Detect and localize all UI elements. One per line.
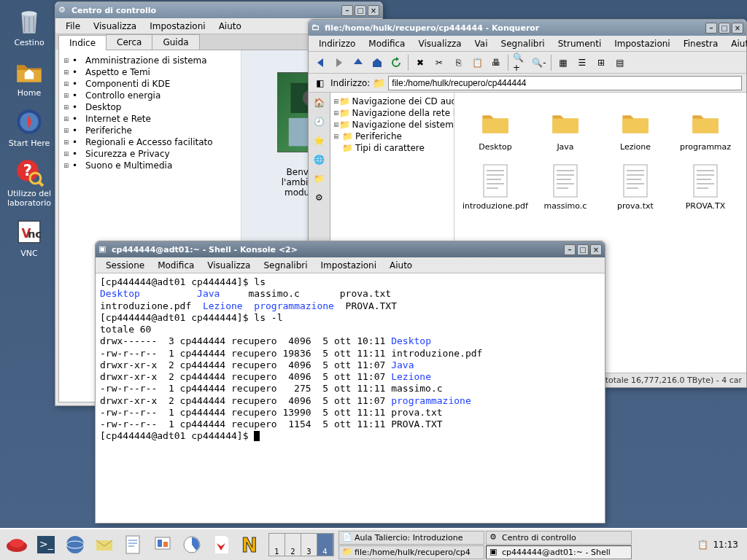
konq-tree-item[interactable]: ⊞📁Navigazione della rete l [333, 107, 451, 119]
menu-file[interactable]: File [60, 20, 86, 33]
close-button[interactable]: × [368, 5, 379, 16]
titlebar-control-center[interactable]: ⚙ Centro di controllo – □ × [55, 2, 382, 18]
menu-visualizza[interactable]: Visualizza [88, 20, 142, 33]
task-centro[interactable]: ⚙Centro di controllo [486, 531, 632, 545]
cc-tree-item[interactable]: ⊞•Suono e Multimedia [63, 160, 236, 171]
pdf-launcher[interactable] [207, 532, 235, 558]
clock[interactable]: 11:13 [713, 540, 738, 550]
menu-indirizzo[interactable]: Indirizzo [313, 37, 361, 50]
tab-indice[interactable]: Indice [58, 35, 107, 50]
desktop-icon-vnc[interactable]: Vnc VNC [4, 217, 55, 258]
menu-segnalibri[interactable]: Segnalibri [495, 37, 551, 50]
file-item[interactable]: introduzione.pdf [460, 158, 530, 217]
view-list-button[interactable]: ☰ [575, 55, 589, 70]
paste-button[interactable]: 📋 [470, 55, 484, 70]
cc-tree-item[interactable]: ⊞•Internet e Rete [63, 113, 236, 125]
file-item[interactable]: PROVA.TX [670, 158, 740, 217]
konq-tree-item[interactable]: ⊞📁Navigazione del sistem [333, 119, 451, 131]
cut-button[interactable]: ✂ [432, 55, 446, 70]
copy-button[interactable]: ⎘ [451, 55, 465, 70]
zoomin-button[interactable]: 🔍+ [513, 55, 527, 70]
file-item[interactable]: prova.txt [600, 158, 670, 217]
file-item[interactable]: Java [530, 98, 600, 158]
side-home-icon[interactable]: 🏠 [312, 96, 327, 110]
konq-tree-item[interactable]: ⊞📁Navigazione dei CD aud [333, 96, 451, 107]
menu-modifica[interactable]: Modifica [363, 37, 411, 50]
up-button[interactable] [351, 55, 365, 70]
konq-tree-item[interactable]: 📁Tipi di carattere [333, 142, 451, 154]
desktop-icon-cestino[interactable]: Cestino [4, 6, 55, 47]
file-item[interactable]: Desktop [460, 98, 530, 158]
cc-tree-item[interactable]: ⊞•Amministrazione di sistema [63, 55, 236, 66]
desktop-icon-home[interactable]: Home [4, 56, 55, 98]
address-input[interactable] [388, 76, 742, 90]
menu-sessione[interactable]: Sessione [100, 259, 150, 272]
zoomout-button[interactable]: 🔍- [532, 55, 546, 70]
menu-finestra[interactable]: Finestra [678, 37, 724, 50]
menu-visualizza[interactable]: Visualizza [412, 37, 467, 50]
menu-aiuto[interactable]: Aiuto [213, 20, 247, 33]
cc-tree-item[interactable]: ⊞•Sicurezza e Privacy [63, 148, 236, 160]
close-button[interactable]: × [590, 244, 602, 255]
pager-3[interactable]: 3 [301, 534, 317, 556]
office-writer-launcher[interactable] [120, 532, 147, 558]
menu-impostazioni[interactable]: Impostazioni [144, 20, 211, 33]
view-icons-button[interactable]: ▦ [556, 55, 570, 70]
pager-2[interactable]: 2 [285, 534, 301, 556]
menu-aiuto[interactable]: Aiuto [384, 259, 418, 272]
close-button[interactable]: × [732, 23, 743, 34]
mail-launcher[interactable] [90, 532, 118, 558]
maximize-button[interactable]: □ [355, 5, 366, 16]
menu-segnalibri[interactable]: Segnalibri [258, 259, 313, 272]
clipboard-tray-icon[interactable]: 📋 [697, 540, 708, 550]
task-konsole[interactable]: ▣cp444444@adt01:~ - Shell [486, 545, 632, 559]
menu-strumenti[interactable]: Strumenti [552, 37, 608, 50]
web-launcher[interactable] [61, 532, 89, 558]
home-button[interactable] [370, 55, 384, 70]
print-button[interactable]: 🖶 [489, 55, 503, 70]
tab-guida[interactable]: Guida [152, 34, 199, 50]
cc-tree-item[interactable]: ⊞•Aspetto e Temi [63, 66, 236, 78]
cc-tree-item[interactable]: ⊞•Desktop [63, 101, 236, 113]
n-launcher[interactable]: N [236, 532, 264, 558]
file-item[interactable]: programmaz [670, 98, 740, 158]
maximize-button[interactable]: □ [719, 23, 730, 34]
terminal-output[interactable]: [cp444444@adt01 cp444444]$ ls Desktop Ja… [96, 273, 605, 523]
forward-button[interactable] [332, 55, 347, 70]
menu-visualizza[interactable]: Visualizza [201, 259, 256, 272]
side-root-icon[interactable]: 📁 [312, 171, 327, 186]
task-aula[interactable]: 📄Aula Taliercio: Introduzione [338, 531, 484, 545]
desktop-icon-utilizzo[interactable]: ? Utilizzo del laboratorio [4, 157, 55, 208]
office-calc-launcher[interactable] [178, 532, 206, 558]
side-services-icon[interactable]: ⚙ [312, 190, 327, 205]
view-tree-button[interactable]: ⊞ [594, 55, 608, 70]
cc-tree-item[interactable]: ⊞•Regionali e Accesso facilitato [63, 136, 236, 148]
menu-modifica[interactable]: Modifica [152, 259, 200, 272]
desktop-icon-starthere[interactable]: Start Here [4, 106, 55, 148]
minimize-button[interactable]: – [705, 23, 717, 34]
side-network-icon[interactable]: 🌐 [312, 152, 327, 167]
reload-button[interactable] [389, 55, 403, 70]
clear-addr-button[interactable]: ◧ [313, 76, 328, 90]
menu-impostazioni[interactable]: Impostazioni [315, 259, 382, 272]
file-item[interactable]: massimo.c [530, 158, 600, 217]
cc-tree-item[interactable]: ⊞•Componenti di KDE [63, 78, 236, 90]
menu-aiuto[interactable]: Aiuto [725, 37, 747, 50]
stop-button[interactable]: ✖ [413, 55, 427, 70]
back-button[interactable] [313, 55, 328, 70]
pager-1[interactable]: 1 [269, 534, 285, 556]
side-bookmark-icon[interactable]: ⭐ [312, 133, 327, 148]
menu-vai[interactable]: Vai [469, 37, 494, 50]
cc-tree-item[interactable]: ⊞•Periferiche [63, 125, 236, 136]
pager-4[interactable]: 4 [317, 534, 333, 556]
menu-impostazioni[interactable]: Impostazioni [608, 37, 676, 50]
task-konqueror[interactable]: 📁file:/home/hulk/recupero/cp4 [338, 545, 484, 559]
titlebar-konqueror[interactable]: 🗀 file:/home/hulk/recupero/cp444444 - Ko… [309, 20, 746, 36]
terminal-launcher[interactable]: >_ [32, 532, 60, 558]
maximize-button[interactable]: □ [577, 244, 589, 255]
office-impress-launcher[interactable] [149, 532, 177, 558]
side-history-icon[interactable]: 🕘 [312, 114, 327, 129]
minimize-button[interactable]: – [341, 5, 353, 16]
file-item[interactable]: Lezione [600, 98, 670, 158]
redhat-menu-button[interactable] [3, 532, 31, 558]
